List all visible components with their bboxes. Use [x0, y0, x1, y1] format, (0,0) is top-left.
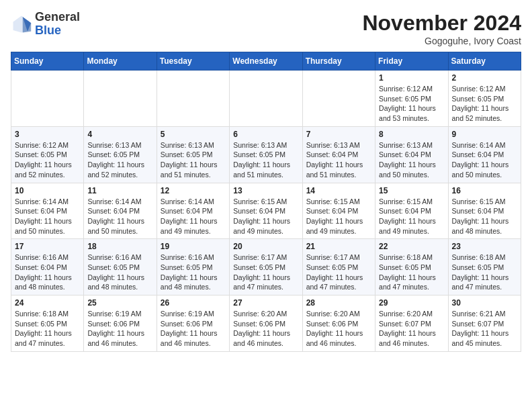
logo-icon — [11, 13, 32, 35]
page-header: General Blue November 2024 Gogoguhe, Ivo… — [11, 11, 521, 46]
day-of-week-header: Wednesday — [230, 52, 302, 71]
day-number: 6 — [233, 130, 298, 139]
calendar-header-row: SundayMondayTuesdayWednesdayThursdayFrid… — [11, 52, 521, 71]
calendar-week-row: 3Sunrise: 6:12 AM Sunset: 6:05 PM Daylig… — [11, 126, 521, 183]
day-of-week-header: Thursday — [302, 52, 375, 71]
day-info: Sunrise: 6:19 AM Sunset: 6:06 PM Dayligh… — [87, 309, 152, 349]
day-number: 15 — [379, 186, 444, 195]
day-of-week-header: Tuesday — [157, 52, 229, 71]
calendar-cell — [230, 71, 302, 127]
calendar-cell: 11Sunrise: 6:14 AM Sunset: 6:04 PM Dayli… — [84, 183, 157, 239]
day-info: Sunrise: 6:15 AM Sunset: 6:04 PM Dayligh… — [306, 197, 371, 236]
title-block: November 2024 Gogoguhe, Ivory Coast — [362, 11, 521, 46]
calendar-table: SundayMondayTuesdayWednesdayThursdayFrid… — [11, 52, 521, 352]
calendar-cell: 20Sunrise: 6:17 AM Sunset: 6:05 PM Dayli… — [230, 239, 302, 295]
day-info: Sunrise: 6:20 AM Sunset: 6:06 PM Dayligh… — [306, 309, 371, 349]
day-number: 3 — [15, 130, 80, 139]
day-number: 19 — [161, 242, 226, 251]
calendar-cell: 8Sunrise: 6:13 AM Sunset: 6:04 PM Daylig… — [375, 126, 448, 183]
day-number: 8 — [379, 130, 444, 139]
day-info: Sunrise: 6:15 AM Sunset: 6:04 PM Dayligh… — [379, 197, 444, 236]
day-number: 9 — [452, 130, 517, 139]
calendar-week-row: 1Sunrise: 6:12 AM Sunset: 6:05 PM Daylig… — [11, 71, 521, 127]
day-info: Sunrise: 6:13 AM Sunset: 6:05 PM Dayligh… — [233, 140, 298, 180]
day-number: 26 — [161, 298, 226, 308]
calendar-cell: 7Sunrise: 6:13 AM Sunset: 6:04 PM Daylig… — [302, 126, 375, 183]
calendar-cell: 25Sunrise: 6:19 AM Sunset: 6:06 PM Dayli… — [84, 295, 157, 352]
day-info: Sunrise: 6:20 AM Sunset: 6:06 PM Dayligh… — [233, 309, 298, 349]
day-number: 25 — [87, 298, 152, 308]
day-info: Sunrise: 6:12 AM Sunset: 6:05 PM Dayligh… — [379, 84, 444, 124]
calendar-cell: 28Sunrise: 6:20 AM Sunset: 6:06 PM Dayli… — [302, 295, 375, 352]
calendar-cell: 16Sunrise: 6:15 AM Sunset: 6:04 PM Dayli… — [448, 183, 521, 239]
calendar-cell: 29Sunrise: 6:20 AM Sunset: 6:07 PM Dayli… — [375, 295, 448, 352]
calendar-cell: 13Sunrise: 6:15 AM Sunset: 6:04 PM Dayli… — [230, 183, 302, 239]
day-number: 1 — [379, 73, 444, 83]
day-info: Sunrise: 6:18 AM Sunset: 6:05 PM Dayligh… — [379, 253, 444, 292]
calendar-cell: 17Sunrise: 6:16 AM Sunset: 6:04 PM Dayli… — [11, 239, 84, 295]
logo: General Blue — [11, 11, 80, 38]
day-number: 13 — [233, 186, 298, 195]
calendar-cell — [11, 71, 84, 127]
day-info: Sunrise: 6:15 AM Sunset: 6:04 PM Dayligh… — [452, 197, 517, 236]
day-number: 23 — [452, 242, 517, 251]
day-of-week-header: Saturday — [448, 52, 521, 71]
calendar-cell: 3Sunrise: 6:12 AM Sunset: 6:05 PM Daylig… — [11, 126, 84, 183]
day-info: Sunrise: 6:19 AM Sunset: 6:06 PM Dayligh… — [161, 309, 226, 349]
day-info: Sunrise: 6:14 AM Sunset: 6:04 PM Dayligh… — [15, 197, 80, 236]
day-of-week-header: Monday — [84, 52, 157, 71]
calendar-cell: 2Sunrise: 6:12 AM Sunset: 6:05 PM Daylig… — [448, 71, 521, 127]
day-info: Sunrise: 6:13 AM Sunset: 6:05 PM Dayligh… — [161, 140, 226, 180]
day-info: Sunrise: 6:18 AM Sunset: 6:05 PM Dayligh… — [15, 309, 80, 349]
location-text: Gogoguhe, Ivory Coast — [362, 36, 521, 46]
calendar-cell: 5Sunrise: 6:13 AM Sunset: 6:05 PM Daylig… — [157, 126, 229, 183]
day-info: Sunrise: 6:18 AM Sunset: 6:05 PM Dayligh… — [452, 253, 517, 292]
day-number: 28 — [306, 298, 371, 308]
calendar-cell: 23Sunrise: 6:18 AM Sunset: 6:05 PM Dayli… — [448, 239, 521, 295]
calendar-cell: 1Sunrise: 6:12 AM Sunset: 6:05 PM Daylig… — [375, 71, 448, 127]
calendar-week-row: 10Sunrise: 6:14 AM Sunset: 6:04 PM Dayli… — [11, 183, 521, 239]
calendar-cell: 27Sunrise: 6:20 AM Sunset: 6:06 PM Dayli… — [230, 295, 302, 352]
calendar-cell: 26Sunrise: 6:19 AM Sunset: 6:06 PM Dayli… — [157, 295, 229, 352]
calendar-cell: 14Sunrise: 6:15 AM Sunset: 6:04 PM Dayli… — [302, 183, 375, 239]
calendar-week-row: 24Sunrise: 6:18 AM Sunset: 6:05 PM Dayli… — [11, 295, 521, 352]
day-number: 16 — [452, 186, 517, 195]
day-number: 27 — [233, 298, 298, 308]
day-info: Sunrise: 6:12 AM Sunset: 6:05 PM Dayligh… — [15, 140, 80, 180]
day-number: 29 — [379, 298, 444, 308]
calendar-cell: 15Sunrise: 6:15 AM Sunset: 6:04 PM Dayli… — [375, 183, 448, 239]
calendar-cell — [157, 71, 229, 127]
day-info: Sunrise: 6:20 AM Sunset: 6:07 PM Dayligh… — [379, 309, 444, 349]
calendar-cell: 9Sunrise: 6:14 AM Sunset: 6:04 PM Daylig… — [448, 126, 521, 183]
calendar-cell: 10Sunrise: 6:14 AM Sunset: 6:04 PM Dayli… — [11, 183, 84, 239]
calendar-cell: 4Sunrise: 6:13 AM Sunset: 6:05 PM Daylig… — [84, 126, 157, 183]
logo-blue-text: Blue — [35, 24, 61, 37]
day-of-week-header: Sunday — [11, 52, 84, 71]
day-number: 17 — [15, 242, 80, 251]
calendar-cell: 24Sunrise: 6:18 AM Sunset: 6:05 PM Dayli… — [11, 295, 84, 352]
day-number: 7 — [306, 130, 371, 139]
calendar-cell: 22Sunrise: 6:18 AM Sunset: 6:05 PM Dayli… — [375, 239, 448, 295]
day-info: Sunrise: 6:17 AM Sunset: 6:05 PM Dayligh… — [306, 253, 371, 292]
svg-marker-2 — [23, 17, 31, 32]
day-of-week-header: Friday — [375, 52, 448, 71]
month-title: November 2024 — [362, 11, 521, 36]
calendar-cell: 19Sunrise: 6:16 AM Sunset: 6:05 PM Dayli… — [157, 239, 229, 295]
day-number: 11 — [87, 186, 152, 195]
day-number: 30 — [452, 298, 517, 308]
day-number: 24 — [15, 298, 80, 308]
day-info: Sunrise: 6:14 AM Sunset: 6:04 PM Dayligh… — [452, 140, 517, 180]
calendar-cell: 21Sunrise: 6:17 AM Sunset: 6:05 PM Dayli… — [302, 239, 375, 295]
calendar-cell: 30Sunrise: 6:21 AM Sunset: 6:07 PM Dayli… — [448, 295, 521, 352]
day-info: Sunrise: 6:16 AM Sunset: 6:04 PM Dayligh… — [15, 253, 80, 292]
day-info: Sunrise: 6:12 AM Sunset: 6:05 PM Dayligh… — [452, 84, 517, 124]
day-info: Sunrise: 6:21 AM Sunset: 6:07 PM Dayligh… — [452, 309, 517, 349]
calendar-cell — [302, 71, 375, 127]
day-number: 4 — [87, 130, 152, 139]
day-number: 22 — [379, 242, 444, 251]
calendar-week-row: 17Sunrise: 6:16 AM Sunset: 6:04 PM Dayli… — [11, 239, 521, 295]
day-info: Sunrise: 6:14 AM Sunset: 6:04 PM Dayligh… — [87, 197, 152, 236]
day-number: 10 — [15, 186, 80, 195]
day-info: Sunrise: 6:16 AM Sunset: 6:05 PM Dayligh… — [161, 253, 226, 292]
day-number: 2 — [452, 73, 517, 83]
